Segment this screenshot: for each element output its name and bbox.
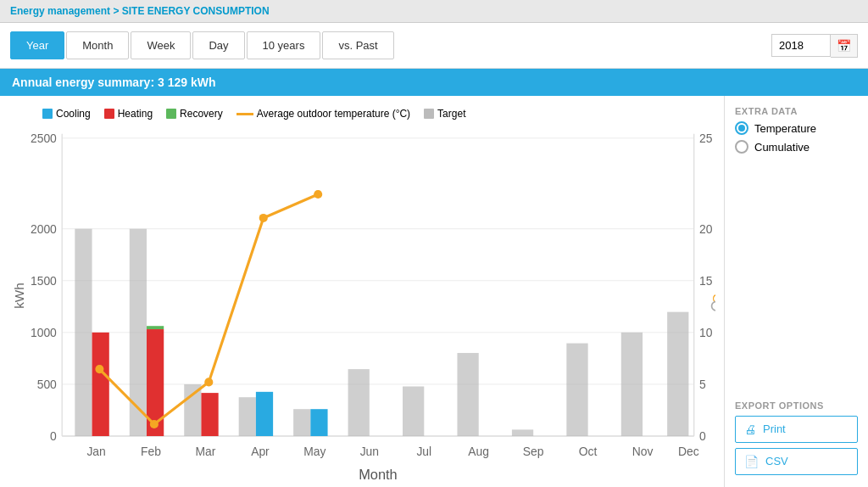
radio-temperature[interactable]: Temperature — [735, 121, 858, 135]
svg-text:Month: Month — [359, 467, 398, 482]
breadcrumb-separator: > — [113, 5, 119, 17]
top-bar: Energy management > SITE ENERGY CONSUMPT… — [0, 0, 868, 23]
calendar-button[interactable]: 📅 — [831, 34, 858, 58]
svg-rect-40 — [147, 326, 164, 329]
tab-10years[interactable]: 10 years — [247, 31, 321, 59]
svg-rect-45 — [293, 409, 310, 436]
legend-cooling-label: Cooling — [56, 108, 91, 120]
svg-rect-47 — [348, 369, 370, 436]
svg-point-56 — [204, 378, 213, 386]
svg-text:Apr: Apr — [251, 445, 270, 458]
svg-point-54 — [95, 365, 103, 373]
recovery-icon — [166, 109, 176, 119]
svg-text:0: 0 — [699, 429, 706, 443]
legend-recovery: Recovery — [166, 108, 223, 120]
svg-rect-38 — [130, 229, 147, 436]
svg-text:5: 5 — [699, 378, 706, 391]
svg-text:500: 500 — [37, 378, 57, 391]
summary-label: Annual energy summary: — [12, 76, 154, 89]
tabs-bar: Year Month Week Day 10 years vs. Past 20… — [0, 23, 868, 69]
svg-rect-52 — [621, 333, 643, 436]
svg-text:kWh: kWh — [12, 283, 26, 309]
tab-day[interactable]: Day — [192, 31, 244, 59]
legend-cooling: Cooling — [42, 108, 91, 120]
chart-area: Cooling Heating Recovery Average outdoor… — [0, 96, 724, 487]
svg-text:May: May — [303, 445, 326, 458]
svg-rect-44 — [256, 392, 273, 436]
svg-text:Mar: Mar — [196, 445, 216, 458]
svg-text:10: 10 — [699, 326, 713, 339]
extra-data-section: EXTRA DATA Temperature Cumulative — [735, 106, 858, 154]
cumulative-label: Cumulative — [754, 141, 810, 154]
extra-data-title: EXTRA DATA — [735, 106, 858, 116]
right-panel: EXTRA DATA Temperature Cumulative EXPORT… — [724, 96, 868, 487]
legend-temperature: Average outdoor temperature (°C) — [236, 108, 410, 120]
temperature-label: Temperature — [754, 122, 816, 135]
legend-target: Target — [424, 108, 465, 120]
tab-vspast[interactable]: vs. Past — [322, 31, 393, 59]
svg-point-57 — [259, 214, 268, 222]
svg-point-58 — [314, 190, 322, 199]
target-icon — [424, 109, 434, 119]
svg-rect-48 — [403, 386, 424, 436]
export-section: EXPORT OPTIONS 🖨 Print 📄 CSV — [735, 400, 858, 480]
legend-recovery-label: Recovery — [180, 108, 223, 120]
svg-text:1500: 1500 — [31, 274, 57, 288]
year-picker: 2018 📅 — [771, 34, 858, 58]
radio-group: Temperature Cumulative — [735, 121, 858, 154]
svg-rect-42 — [201, 393, 218, 436]
cumulative-radio-icon — [735, 140, 748, 154]
legend-temperature-label: Average outdoor temperature (°C) — [257, 108, 410, 120]
svg-text:Dec: Dec — [678, 445, 699, 458]
print-label: Print — [763, 423, 786, 435]
svg-text:0: 0 — [50, 429, 57, 443]
tab-year[interactable]: Year — [10, 31, 64, 59]
legend-target-label: Target — [437, 108, 465, 120]
svg-rect-37 — [92, 333, 109, 436]
svg-rect-53 — [667, 312, 688, 436]
svg-text:Jul: Jul — [416, 445, 431, 458]
svg-text:1000: 1000 — [31, 326, 57, 339]
svg-point-55 — [150, 420, 159, 428]
legend-heating: Heating — [104, 108, 153, 120]
svg-text:Oct: Oct — [579, 445, 598, 458]
svg-text:Jun: Jun — [360, 445, 379, 458]
summary-bar: Annual energy summary: 3 129 kWh — [0, 69, 868, 96]
year-input[interactable]: 2018 — [771, 34, 831, 57]
breadcrumb-parent: Energy management — [10, 5, 110, 17]
svg-text:⟳: ⟳ — [710, 297, 715, 316]
summary-value: 3 129 kWh — [158, 76, 215, 89]
svg-rect-49 — [457, 353, 478, 436]
svg-text:2500: 2500 — [31, 132, 57, 145]
temperature-radio-icon — [735, 121, 748, 135]
print-icon: 🖨 — [744, 423, 756, 436]
svg-rect-50 — [512, 429, 533, 436]
chart-wrapper: 0 500 1000 1500 2000 2500 — [8, 123, 715, 487]
svg-rect-51 — [566, 344, 587, 436]
csv-label: CSV — [765, 455, 788, 467]
print-button[interactable]: 🖨 Print — [735, 416, 858, 443]
svg-text:15: 15 — [699, 274, 713, 288]
radio-cumulative[interactable]: Cumulative — [735, 140, 858, 154]
legend-heating-label: Heating — [118, 108, 153, 120]
cooling-icon — [42, 109, 53, 119]
svg-rect-46 — [310, 409, 327, 436]
csv-icon: 📄 — [744, 455, 759, 468]
temperature-icon — [236, 113, 253, 115]
svg-text:2000: 2000 — [31, 222, 57, 236]
heating-icon — [104, 109, 114, 119]
svg-rect-41 — [184, 384, 201, 436]
tab-week[interactable]: Week — [131, 31, 191, 59]
svg-rect-36 — [75, 229, 92, 436]
svg-text:20: 20 — [699, 222, 713, 236]
csv-button[interactable]: 📄 CSV — [735, 448, 858, 475]
main-chart: 0 500 1000 1500 2000 2500 — [8, 123, 715, 487]
tab-month[interactable]: Month — [66, 31, 129, 59]
svg-text:Sep: Sep — [523, 445, 544, 458]
breadcrumb-current: SITE ENERGY CONSUMPTION — [122, 5, 270, 17]
svg-rect-43 — [239, 397, 256, 436]
svg-text:Feb: Feb — [141, 445, 161, 458]
svg-text:Aug: Aug — [468, 445, 489, 458]
svg-text:25: 25 — [699, 132, 713, 145]
svg-text:Jan: Jan — [86, 445, 105, 458]
